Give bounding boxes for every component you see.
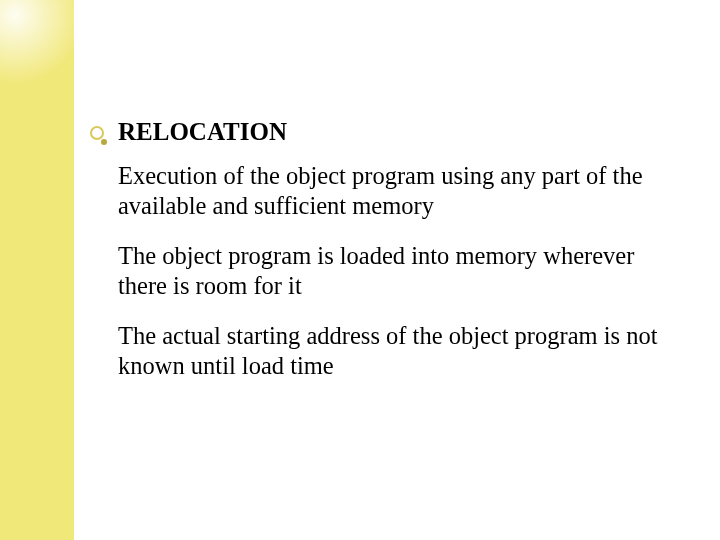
decorative-sidebar [0, 0, 74, 540]
slide-paragraph: Execution of the object program using an… [118, 161, 678, 221]
slide-paragraph: The object program is loaded into memory… [118, 241, 678, 301]
slide-content: RELOCATION Execution of the object progr… [118, 116, 678, 401]
slide-heading: RELOCATION [118, 116, 678, 147]
slide-paragraph: The actual starting address of the objec… [118, 321, 678, 381]
bullet-dot-icon [101, 139, 107, 145]
bullet-ring-icon [90, 126, 104, 140]
